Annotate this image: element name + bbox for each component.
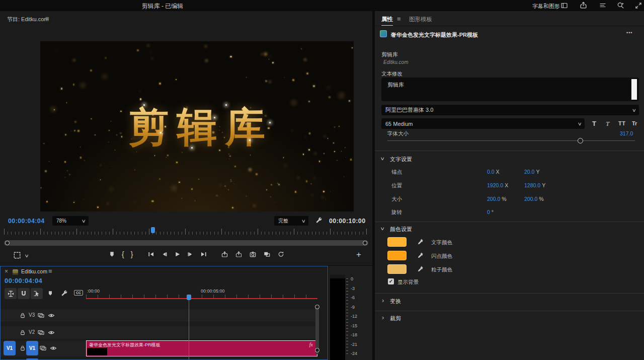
track-label[interactable]: V2 [29,329,35,335]
crop-section-title[interactable]: 裁剪 [390,315,401,322]
show-background-checkbox[interactable]: ✓ [388,278,394,284]
add-marker-icon[interactable] [109,251,115,258]
captions-cc-icon[interactable]: CC [74,290,83,296]
lock-icon[interactable] [20,312,26,319]
insert-overwrite-button[interactable] [5,288,17,299]
program-panel-title[interactable]: 节目: Editku.com [7,16,49,23]
program-current-timecode[interactable]: 00:00:04:04 [8,218,45,225]
program-panel-menu-icon[interactable]: ≡ [45,15,49,22]
fullscreen-icon[interactable] [635,2,642,9]
eye-icon[interactable] [48,330,55,335]
quick-search-icon[interactable] [617,2,624,9]
value-y[interactable]: 1280.0 [524,182,540,188]
text-settings-title[interactable]: 文字设置 [390,156,412,163]
properties-panel-menu-icon[interactable]: ≡ [397,16,401,22]
scrollbar-right-handle[interactable] [363,241,367,245]
go-to-out-icon[interactable] [200,251,207,258]
faux-italic-button[interactable]: T [606,120,609,128]
value-y[interactable]: 20.0 [524,169,534,175]
timeline-marker-icon[interactable] [47,290,53,297]
linked-selection-button[interactable] [31,288,43,299]
share-export-icon[interactable] [580,2,587,9]
font-size-value[interactable]: 317.0 [620,130,633,136]
font-size-label: 字体大小 [387,130,409,137]
fit-view-chevron-icon[interactable]: ∨ [24,253,29,258]
close-tab-icon[interactable]: × [5,268,8,275]
section-expand-icon[interactable]: › [382,297,384,304]
eye-icon[interactable] [48,313,55,318]
step-forward-icon[interactable] [187,251,194,258]
timeline-vertical-scrollbar[interactable] [315,306,319,354]
track-label[interactable]: V3 [29,312,35,318]
timeline-tab-title[interactable]: Editku.com [21,268,47,274]
value-x[interactable]: 200.0 [487,196,500,202]
eyedropper-icon[interactable] [417,265,424,272]
slider-handle[interactable] [578,138,583,143]
export-frame-icon[interactable] [249,251,257,258]
small-caps-button[interactable]: Tr [632,120,637,126]
scrollbar-left-handle[interactable] [5,241,10,245]
flash-color-swatch[interactable] [387,251,407,260]
play-icon[interactable] [174,251,181,258]
sync-settings-icon[interactable] [277,251,285,258]
all-caps-button[interactable]: TT [618,120,625,126]
timeline-timecode[interactable]: 00:00:04:04 [5,277,42,284]
value-rotation[interactable]: 0 [487,209,490,215]
section-collapse-icon[interactable]: ∨ [380,156,385,161]
sync-lock-icon[interactable] [40,345,46,351]
particle-color-swatch[interactable] [387,264,407,274]
sync-lock-icon[interactable] [38,313,44,318]
tab-graphic-templates[interactable]: 图形模板 [409,16,432,23]
source-patch-v1-button[interactable]: V1 [4,341,16,355]
timeline-playhead-head[interactable] [187,295,191,300]
track-target-v1-button[interactable]: V1 [26,341,38,355]
extract-icon[interactable] [235,251,243,258]
eyedropper-icon[interactable] [417,252,424,258]
lift-icon[interactable] [221,251,228,258]
timeline-wrench-icon[interactable] [60,290,68,297]
playback-resolution-dropdown[interactable]: 完整 ∨ [274,216,308,226]
timeline-scroll-bottom-handle[interactable] [315,348,319,352]
timeline-playhead-line[interactable] [189,299,189,359]
tab-properties[interactable]: 属性 [381,16,393,26]
font-family-dropdown[interactable]: 阿里巴巴普惠体 3.0 ∨ [381,105,639,115]
program-scrollbar[interactable] [4,240,368,246]
timeline-clip[interactable]: 奢华金色发光文字标题效果-PR模板 fx [86,340,317,356]
section-collapse-icon[interactable]: ∨ [380,226,385,231]
eyedropper-icon[interactable] [417,238,424,245]
mark-in-icon[interactable]: { [122,250,124,258]
zoom-level-dropdown[interactable]: 78% ∨ [52,216,89,226]
timeline-scroll-top-handle[interactable] [315,305,319,309]
fit-view-icon[interactable] [13,251,21,259]
more-options-icon[interactable]: ••• [626,30,632,35]
stacked-panels-icon[interactable] [599,2,607,9]
font-size-slider[interactable] [387,137,635,145]
step-back-icon[interactable] [161,251,168,258]
button-editor-add-icon[interactable]: + [356,250,361,260]
settings-wrench-icon[interactable] [315,217,323,224]
text-edit-area[interactable]: 剪辑库 [381,78,639,101]
value-y[interactable]: 200.0 [524,196,537,202]
captions-graphics-label[interactable]: 字幕和图形 [532,3,560,10]
comparison-view-icon[interactable] [263,251,271,258]
program-time-ruler[interactable] [4,227,368,235]
transform-section-title[interactable]: 变换 [390,298,401,305]
faux-bold-button[interactable]: T [592,120,596,127]
timeline-panel-menu-icon[interactable]: ≡ [48,268,52,274]
show-background-label: 显示背景 [397,279,419,286]
font-style-dropdown[interactable]: 65 Medium ∨ [381,118,585,129]
mark-out-icon[interactable]: } [131,250,133,258]
program-playhead[interactable] [151,227,155,233]
workspace-panel-icon[interactable] [560,2,568,9]
text-color-swatch[interactable] [387,237,407,247]
value-x[interactable]: 0.0 [487,169,495,175]
lock-icon[interactable] [20,345,26,351]
section-expand-icon[interactable]: › [382,314,384,321]
snap-magnet-button[interactable] [18,288,30,299]
go-to-in-icon[interactable] [147,251,154,258]
eye-icon[interactable] [50,345,57,351]
lock-icon[interactable] [20,329,26,336]
value-x[interactable]: 1920.0 [487,182,503,188]
color-settings-title[interactable]: 颜色设置 [390,226,412,233]
sync-lock-icon[interactable] [38,330,44,335]
